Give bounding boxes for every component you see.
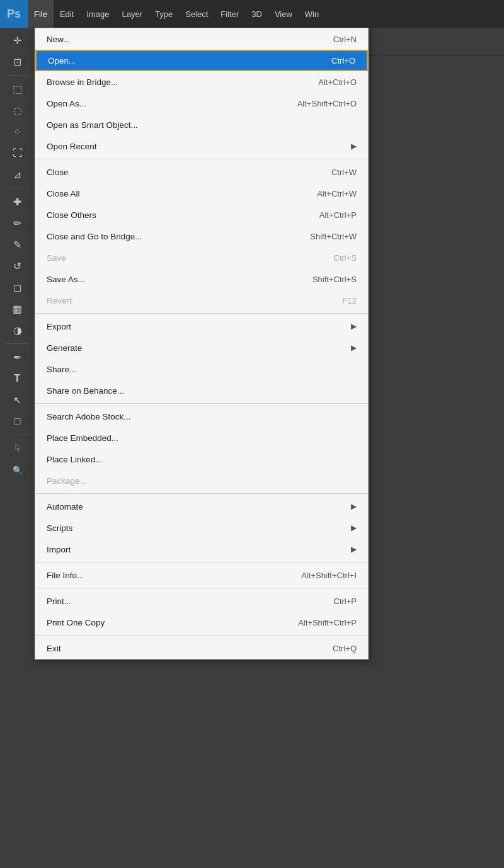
tool-separator-1 xyxy=(6,75,29,76)
path-select-tool[interactable]: ↖ xyxy=(4,390,32,410)
menu-item-shortcut: Alt+Shift+Ctrl+O xyxy=(297,99,357,108)
menu-separator xyxy=(35,493,368,494)
menu-item-place-embedded[interactable]: Place Embedded... xyxy=(35,427,368,448)
menu-item-label: Share... xyxy=(47,365,357,374)
menu-item-edit[interactable]: Edit xyxy=(54,0,80,28)
menu-item-search-adobe-stock[interactable]: Search Adobe Stock... xyxy=(35,406,368,427)
menu-item-generate[interactable]: Generate▶ xyxy=(35,337,368,358)
submenu-arrow-icon: ▶ xyxy=(351,502,357,511)
pen-tool[interactable]: ✒ xyxy=(4,347,32,367)
menu-item-label: Open Recent xyxy=(47,142,345,151)
menu-item-print-one-copy[interactable]: Print One CopyAlt+Shift+Ctrl+P xyxy=(35,612,368,633)
menu-item-label: Print... xyxy=(47,597,309,606)
zoom-tool[interactable]: 🔍 xyxy=(4,460,32,480)
menu-item-type[interactable]: Type xyxy=(149,0,179,28)
hand-tool[interactable]: ☟ xyxy=(4,438,32,459)
move-tool[interactable]: ✛ xyxy=(4,30,32,50)
menu-item-label: Open... xyxy=(48,56,306,66)
menu-item-import[interactable]: Import▶ xyxy=(35,539,368,560)
crop-tool[interactable]: ⛶ xyxy=(4,143,32,163)
lasso-tool[interactable]: ◌ xyxy=(4,100,32,120)
artboard-tool[interactable]: ⊡ xyxy=(4,52,32,72)
menu-item-filter[interactable]: Filter xyxy=(214,0,245,28)
menu-item-exit[interactable]: ExitCtrl+Q xyxy=(35,637,368,659)
menu-item-revert[interactable]: RevertF12 xyxy=(35,290,368,311)
menu-item-automate[interactable]: Automate▶ xyxy=(35,496,368,517)
menu-item-layer[interactable]: Layer xyxy=(116,0,149,28)
menu-separator xyxy=(35,635,368,636)
dodge-tool[interactable]: ◑ xyxy=(4,320,32,340)
shape-tool[interactable]: □ xyxy=(4,411,32,431)
menu-item-open-recent[interactable]: Open Recent▶ xyxy=(35,135,368,157)
menu-item-open-as[interactable]: Open As...Alt+Shift+Ctrl+O xyxy=(35,93,368,114)
quick-select-tool[interactable]: ⁘ xyxy=(4,122,32,142)
file-dropdown-menu: New...Ctrl+NOpen...Ctrl+OBrowse in Bridg… xyxy=(35,28,369,660)
submenu-arrow-icon: ▶ xyxy=(351,523,357,532)
menu-item-label: Close and Go to Bridge... xyxy=(47,232,285,241)
menu-item-package[interactable]: Package... xyxy=(35,470,368,491)
menu-item-label: Close All xyxy=(47,189,292,198)
menu-item-3d[interactable]: 3D xyxy=(245,0,268,28)
eraser-tool[interactable]: ◻ xyxy=(4,277,32,297)
menu-item-label: Open as Smart Object... xyxy=(47,120,357,130)
menu-separator xyxy=(35,313,368,314)
menu-item-open[interactable]: Open...Ctrl+O xyxy=(35,50,368,71)
text-tool[interactable]: T xyxy=(4,368,32,389)
menu-item-label: Close Others xyxy=(47,210,294,220)
menu-item-share[interactable]: Share... xyxy=(35,358,368,380)
menu-item-label: Revert xyxy=(47,296,318,306)
brush-tool[interactable]: ✏ xyxy=(4,213,32,233)
menu-separator xyxy=(35,588,368,588)
menu-item-file-info[interactable]: File Info...Alt+Shift+Ctrl+I xyxy=(35,564,368,586)
menu-item-label: Place Linked... xyxy=(47,455,357,464)
menu-item-open-smart-object[interactable]: Open as Smart Object... xyxy=(35,114,368,135)
clone-tool[interactable]: ✎ xyxy=(4,234,32,254)
menu-item-label: Open As... xyxy=(47,99,272,108)
healing-tool[interactable]: ✚ xyxy=(4,191,32,212)
menu-item-win[interactable]: Win xyxy=(299,0,325,28)
marquee-tool[interactable]: ⬚ xyxy=(4,79,32,99)
menu-item-shortcut: Ctrl+P xyxy=(334,597,357,606)
menu-item-shortcut: F12 xyxy=(343,296,357,306)
menu-item-close-all[interactable]: Close AllAlt+Ctrl+W xyxy=(35,183,368,204)
menu-item-save-as[interactable]: Save As...Shift+Ctrl+S xyxy=(35,268,368,290)
menu-item-print[interactable]: Print...Ctrl+P xyxy=(35,590,368,612)
menu-item-place-linked[interactable]: Place Linked... xyxy=(35,448,368,470)
menu-item-view[interactable]: View xyxy=(268,0,299,28)
menu-item-save[interactable]: SaveCtrl+S xyxy=(35,247,368,268)
tool-separator-2 xyxy=(6,188,29,188)
menu-item-label: New... xyxy=(47,35,308,44)
menu-item-shortcut: Alt+Shift+Ctrl+P xyxy=(298,618,357,627)
menu-item-label: Save xyxy=(47,253,309,263)
menu-item-scripts[interactable]: Scripts▶ xyxy=(35,517,368,539)
submenu-arrow-icon: ▶ xyxy=(351,322,357,331)
menu-item-image[interactable]: Image xyxy=(80,0,115,28)
menu-item-close-others[interactable]: Close OthersAlt+Ctrl+P xyxy=(35,204,368,226)
menu-separator xyxy=(35,562,368,562)
menu-item-select[interactable]: Select xyxy=(179,0,214,28)
menu-item-close-go-bridge[interactable]: Close and Go to Bridge...Shift+Ctrl+W xyxy=(35,226,368,247)
menu-item-label: Generate xyxy=(47,343,345,353)
gradient-tool[interactable]: ▦ xyxy=(4,299,32,319)
eyedropper-tool[interactable]: ⊿ xyxy=(4,164,32,185)
menu-item-export[interactable]: Export▶ xyxy=(35,316,368,337)
menu-separator xyxy=(35,403,368,404)
menu-item-shortcut: Shift+Ctrl+W xyxy=(310,232,357,241)
left-toolbar: ✛ ⊡ ⬚ ◌ ⁘ ⛶ ⊿ ✚ ✏ ✎ ↺ ◻ ▦ ◑ ✒ T ↖ □ ☟ 🔍 xyxy=(0,28,35,868)
submenu-arrow-icon: ▶ xyxy=(351,545,357,554)
ps-logo: Ps xyxy=(0,0,28,28)
menu-item-label: Share on Behance... xyxy=(47,386,357,396)
menu-item-shortcut: Alt+Ctrl+P xyxy=(319,210,357,220)
menu-item-label: Exit xyxy=(47,644,307,653)
menu-item-label: Scripts xyxy=(47,523,345,533)
menu-item-label: Print One Copy xyxy=(47,618,273,627)
menu-item-label: Import xyxy=(47,545,345,554)
history-brush-tool[interactable]: ↺ xyxy=(4,256,32,276)
menu-item-label: Export xyxy=(47,322,345,331)
menu-item-new[interactable]: New...Ctrl+N xyxy=(35,28,368,50)
menu-item-browse-in-bridge[interactable]: Browse in Bridge...Alt+Ctrl+O xyxy=(35,71,368,93)
menu-item-close[interactable]: CloseCtrl+W xyxy=(35,161,368,183)
menu-item-label: Search Adobe Stock... xyxy=(47,412,357,421)
menu-item-file[interactable]: File xyxy=(28,0,54,28)
menu-item-share-behance[interactable]: Share on Behance... xyxy=(35,380,368,401)
